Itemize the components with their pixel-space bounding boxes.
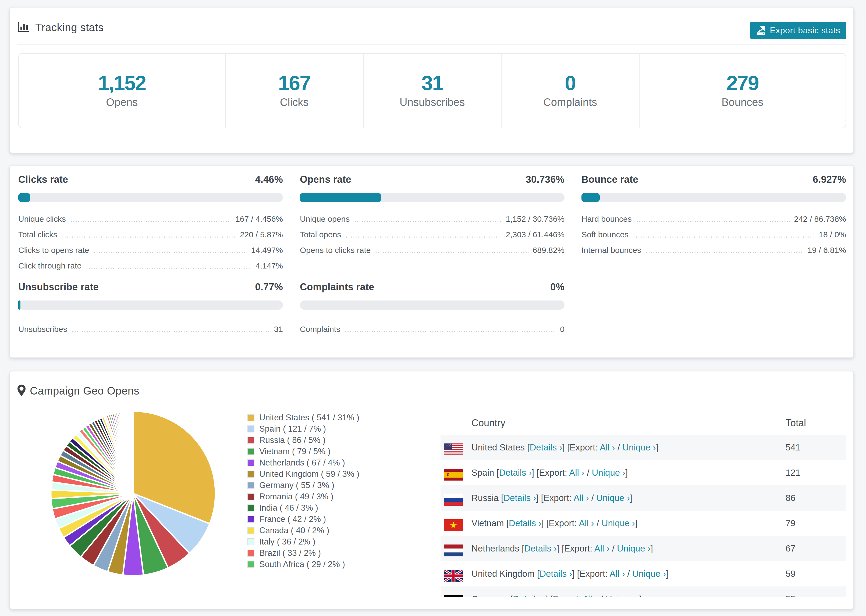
metric-label: Unique clicks <box>18 214 66 224</box>
metric-value: 689.82% <box>533 246 565 255</box>
metric-row: Hard bounces242 / 86.738% <box>581 211 846 227</box>
metric-row: Complaints0 <box>300 321 565 337</box>
divider <box>17 44 846 45</box>
legend-swatch <box>247 538 254 545</box>
total-cell: 67 <box>786 544 795 554</box>
table-row-nl: Netherlands [Details ›] [Export: All › /… <box>441 536 846 561</box>
legend-swatch <box>247 471 254 478</box>
legend-item: South Africa ( 29 / 2% ) <box>247 559 359 570</box>
metric-label: Internal bounces <box>581 246 641 255</box>
legend-label: France ( 42 / 2% ) <box>259 514 326 524</box>
metric-value: 220 / 5.87% <box>240 230 283 239</box>
export-unique-link[interactable]: Unique › <box>596 493 630 503</box>
details-link[interactable]: Details › <box>529 442 562 452</box>
details-link[interactable]: Details › <box>540 569 572 579</box>
export-all-link[interactable]: All › <box>600 442 615 452</box>
rate-column: Bounce rate6.927%Hard bounces242 / 86.73… <box>581 165 846 357</box>
metric-row: Clicks to opens rate14.497% <box>18 242 283 258</box>
country-name: Netherlands <box>471 544 519 553</box>
table-row-us: United States [Details ›] [Export: All ›… <box>441 435 846 460</box>
total-cell: 55 <box>786 594 795 597</box>
legend-label: United States ( 541 / 31% ) <box>259 413 359 423</box>
metric-value: 2,303 / 61.446% <box>505 230 565 239</box>
progress-fill <box>300 193 381 202</box>
export-all-link[interactable]: All › <box>569 468 584 478</box>
legend-swatch <box>247 459 254 466</box>
legend-swatch <box>247 561 254 568</box>
legend-label: India ( 46 / 3% ) <box>259 503 318 513</box>
rate-heading: Opens rate <box>300 174 351 185</box>
export-all-link[interactable]: All › <box>594 544 610 553</box>
details-link[interactable]: Details › <box>509 518 542 528</box>
export-basic-stats-button[interactable]: Export basic stats <box>750 22 846 39</box>
table-row-gb: United Kingdom [Details ›] [Export: All … <box>441 561 846 586</box>
country-name: United Kingdom <box>471 569 535 579</box>
stat-summary-box: 1,152Opens167Clicks31Unsubscribes0Compla… <box>18 53 846 128</box>
country-cell: United Kingdom [Details ›] [Export: All … <box>471 569 668 579</box>
metric-label: Clicks to opens rate <box>18 246 89 255</box>
metric-row: Total opens2,303 / 61.446% <box>300 227 565 242</box>
stat-label: Bounces <box>721 96 764 108</box>
dotted-leader <box>345 237 501 237</box>
details-link[interactable]: Details › <box>499 468 532 478</box>
legend-label: Brazil ( 33 / 2% ) <box>259 548 321 558</box>
metric-label: Opens to clicks rate <box>300 246 371 255</box>
stat-value: 1,152 <box>98 72 146 94</box>
legend-item: Italy ( 36 / 2% ) <box>247 536 359 547</box>
export-all-link[interactable]: All › <box>579 518 594 528</box>
card-title: Campaign Geo Opens <box>30 384 139 397</box>
legend-item: United Kingdom ( 59 / 3% ) <box>247 468 359 480</box>
metric-value: 18 / 0% <box>819 230 846 239</box>
dotted-leader <box>633 237 814 237</box>
rate-section-complaints-rate: Complaints rate0%Complaints0 <box>300 281 565 337</box>
progress-fill <box>18 193 30 202</box>
rate-heading: Unsubscribe rate <box>18 281 99 293</box>
flag-icon-de <box>444 595 463 597</box>
map-pin-icon <box>17 385 25 397</box>
progress-bar <box>18 193 283 202</box>
details-link[interactable]: Details › <box>513 594 545 597</box>
rate-heading-row: Bounce rate6.927% <box>581 174 846 185</box>
metric-label: Hard bounces <box>581 214 632 224</box>
export-unique-link[interactable]: Unique › <box>601 518 635 528</box>
export-label: Export: <box>564 544 592 553</box>
export-unique-link[interactable]: Unique › <box>617 544 650 553</box>
progress-fill <box>18 300 20 310</box>
export-unique-link[interactable]: Unique › <box>622 442 656 452</box>
legend-swatch <box>247 448 254 455</box>
export-unique-link[interactable]: Unique › <box>632 569 666 579</box>
export-unique-link[interactable]: Unique › <box>606 594 639 597</box>
rate-section-clicks-rate: Clicks rate4.46%Unique clicks167 / 4.456… <box>18 174 283 273</box>
metric-row: Soft bounces18 / 0% <box>581 227 846 242</box>
country-cell: Russia [Details ›] [Export: All › / Uniq… <box>471 493 632 503</box>
export-all-link[interactable]: All › <box>610 569 625 579</box>
metric-row: Unique opens1,152 / 30.736% <box>300 211 565 227</box>
total-cell: 541 <box>786 442 800 453</box>
export-all-link[interactable]: All › <box>583 594 598 597</box>
rate-heading: Bounce rate <box>581 174 638 185</box>
progress-bar <box>581 193 846 202</box>
rate-column: Opens rate30.736%Unique opens1,152 / 30.… <box>300 165 565 357</box>
metric-value: 14.497% <box>251 246 283 255</box>
details-link[interactable]: Details › <box>524 544 557 553</box>
rates-card: Clicks rate4.46%Unique clicks167 / 4.456… <box>9 165 854 358</box>
dotted-leader <box>86 268 251 269</box>
campaign-geo-card: Campaign Geo Opens United States ( 541 /… <box>9 371 854 609</box>
progress-bar <box>300 193 565 202</box>
export-unique-link[interactable]: Unique › <box>592 468 625 478</box>
details-link[interactable]: Details › <box>504 493 536 503</box>
export-all-link[interactable]: All › <box>574 493 589 503</box>
legend-swatch <box>247 493 254 500</box>
legend-swatch <box>247 550 254 556</box>
stat-complaints: 0Complaints <box>501 54 639 128</box>
flag-icon-es <box>444 469 463 481</box>
legend-label: Germany ( 55 / 3% ) <box>259 481 334 490</box>
rate-heading-row: Opens rate30.736% <box>300 174 565 185</box>
stat-bounces: 279Bounces <box>639 54 846 128</box>
rate-column: Clicks rate4.46%Unique clicks167 / 4.456… <box>18 165 283 357</box>
metric-value: 1,152 / 30.736% <box>505 214 565 224</box>
pie-legend: United States ( 541 / 31% )Spain ( 121 /… <box>247 412 359 570</box>
legend-swatch <box>247 482 254 489</box>
metric-label: Total clicks <box>18 230 57 239</box>
geo-opens-pie-chart <box>50 411 216 576</box>
